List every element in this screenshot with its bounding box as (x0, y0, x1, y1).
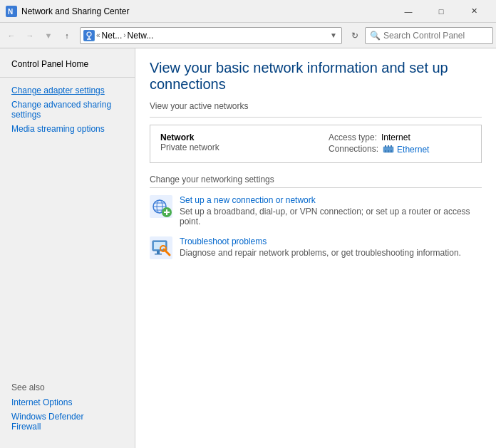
window-controls: — □ ✕ (392, 0, 490, 23)
app-icon: N (6, 6, 17, 17)
action-new-connection: Set up a new connection or network Set u… (150, 195, 482, 226)
new-connection-icon (150, 195, 172, 218)
svg-rect-25 (157, 251, 160, 254)
active-networks-label: View your active networks (150, 101, 482, 111)
breadcrumb-icon (83, 30, 95, 41)
new-connection-link[interactable]: Set up a new connection or network (180, 195, 482, 205)
page-title: View your basic network information and … (150, 60, 482, 93)
new-connection-text: Set up a new connection or network Set u… (180, 195, 482, 226)
breadcrumb-part-1: Net... (102, 31, 123, 41)
change-settings-label: Change your networking settings (150, 174, 482, 188)
connections-label: Connections: (329, 144, 378, 155)
sidebar-see-also: See also Internet Options Windows Defend… (0, 374, 135, 439)
address-bar[interactable]: « Net... › Netw... ▼ (80, 27, 342, 44)
svg-rect-9 (391, 145, 392, 147)
network-access: Access type: Internet Connections: (329, 132, 471, 155)
sidebar-item-internet-options[interactable]: Internet Options (11, 395, 123, 410)
breadcrumb-separator: « (96, 31, 100, 39)
svg-text:N: N (8, 8, 13, 16)
nav-bar: ← → ▼ ↑ « Net... › Netw... ▼ ↻ 🔍 (0, 23, 496, 48)
up-button[interactable]: ↑ (58, 27, 76, 44)
network-box: Network Private network Access type: Int… (150, 125, 482, 163)
refresh-button[interactable]: ↻ (346, 27, 363, 44)
ethernet-label: Ethernet (397, 145, 429, 155)
svg-rect-8 (388, 145, 389, 147)
sidebar-item-windows-defender-firewall[interactable]: Windows Defender Firewall (11, 410, 123, 434)
troubleshoot-icon (150, 236, 172, 259)
sidebar-divider (0, 77, 135, 78)
minimize-button[interactable]: — (392, 0, 425, 23)
recent-pages-button[interactable]: ▼ (40, 27, 57, 44)
breadcrumb-part-2: Netw... (128, 31, 154, 41)
maximize-button[interactable]: □ (425, 0, 458, 23)
breadcrumb: « Net... › Netw... (83, 30, 326, 41)
forward-button[interactable]: → (21, 27, 38, 44)
network-name: Network (160, 132, 329, 142)
window-title: Network and Sharing Center (21, 6, 392, 16)
sidebar-item-change-adapter-settings[interactable]: Change adapter settings (0, 83, 135, 98)
troubleshoot-link[interactable]: Troubleshoot problems (180, 236, 482, 246)
sidebar-item-change-advanced-sharing[interactable]: Change advanced sharing settings (0, 98, 135, 122)
sidebar-item-media-streaming-options[interactable]: Media streaming options (0, 122, 135, 136)
title-bar: N Network and Sharing Center — □ ✕ (0, 0, 496, 23)
new-connection-desc: Set up a broadband, dial-up, or VPN conn… (180, 207, 470, 226)
breadcrumb-separator-2: › (123, 31, 125, 39)
sidebar: Control Panel Home Change adapter settin… (0, 48, 135, 448)
active-networks-divider (150, 117, 482, 118)
access-type-label: Access type: (329, 132, 377, 142)
ethernet-icon (383, 144, 394, 155)
svg-rect-7 (385, 145, 386, 147)
content-area: View your basic network information and … (135, 48, 496, 448)
search-icon: 🔍 (370, 31, 381, 41)
network-type: Private network (160, 142, 329, 152)
svg-rect-11 (388, 150, 389, 152)
action-troubleshoot: Troubleshoot problems Diagnose and repai… (150, 236, 482, 259)
access-type-row: Access type: Internet (329, 132, 471, 142)
troubleshoot-text: Troubleshoot problems Diagnose and repai… (180, 236, 482, 258)
svg-rect-26 (155, 254, 162, 255)
svg-rect-10 (385, 150, 386, 152)
address-dropdown-button[interactable]: ▼ (329, 31, 339, 39)
svg-rect-12 (391, 150, 392, 152)
ethernet-link[interactable]: Ethernet (383, 144, 429, 155)
main-layout: Control Panel Home Change adapter settin… (0, 48, 496, 448)
sidebar-item-control-panel-home[interactable]: Control Panel Home (0, 57, 135, 71)
access-type-value: Internet (381, 132, 410, 142)
search-bar[interactable]: 🔍 (365, 27, 493, 44)
troubleshoot-desc: Diagnose and repair network problems, or… (180, 248, 461, 258)
network-info: Network Private network (160, 132, 329, 152)
search-input[interactable] (383, 31, 488, 41)
see-also-label: See also (11, 382, 123, 392)
connections-row: Connections: (329, 144, 471, 155)
close-button[interactable]: ✕ (458, 0, 490, 23)
back-button[interactable]: ← (3, 27, 20, 44)
